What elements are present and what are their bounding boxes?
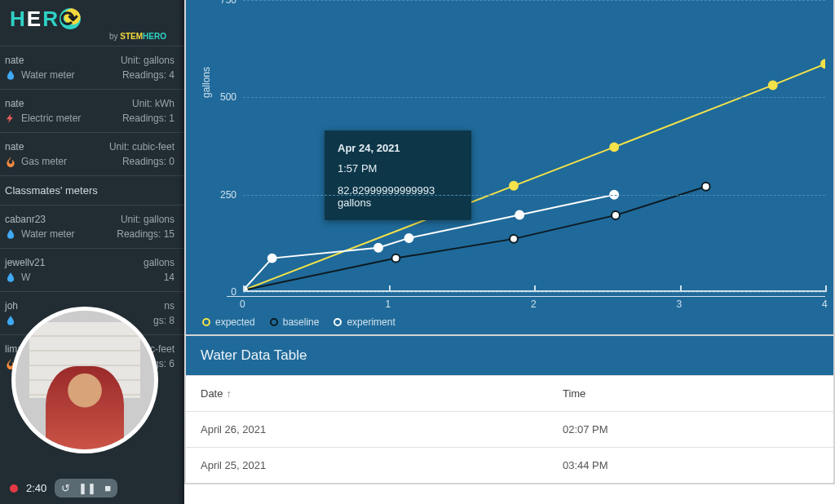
chart-tooltip: Apr 24, 2021 1:57 PM 82.82999999999993 g… bbox=[325, 130, 471, 220]
svg-point-1 bbox=[510, 182, 518, 190]
tooltip-date: Apr 24, 2021 bbox=[338, 142, 458, 154]
data-table: Date↑ Time April 26, 202102:07 PMApril 2… bbox=[186, 375, 833, 483]
legend-experiment[interactable]: experiment bbox=[334, 316, 395, 328]
col-time[interactable]: Time bbox=[548, 376, 833, 412]
restart-icon[interactable]: ↺ bbox=[61, 482, 70, 494]
recording-bar: 2:40 ↺ ❚❚ ■ bbox=[10, 479, 117, 497]
record-icon bbox=[10, 484, 18, 493]
table-title: Water Data Table bbox=[186, 336, 833, 375]
brand-logo: HER⟳ by STEMHERO bbox=[0, 0, 184, 46]
record-time: 2:40 bbox=[26, 482, 46, 494]
legend-expected[interactable]: expected bbox=[202, 316, 255, 328]
main-content: gallons Apr 24, 2021 1:57 PM 82.82999999… bbox=[184, 0, 835, 504]
svg-point-4 bbox=[821, 60, 825, 68]
col-date[interactable]: Date↑ bbox=[186, 376, 548, 412]
meter-item[interactable]: jewellv21gallonsW14 bbox=[0, 248, 184, 291]
meter-item[interactable]: cabanr23Unit: gallonsWater meterReadings… bbox=[0, 205, 184, 248]
svg-point-6 bbox=[391, 254, 400, 263]
svg-point-14 bbox=[515, 210, 524, 219]
svg-point-9 bbox=[702, 183, 710, 191]
y-axis-label: gallons bbox=[201, 67, 212, 98]
svg-point-3 bbox=[769, 81, 777, 89]
svg-point-8 bbox=[612, 211, 620, 219]
tooltip-unit: gallons bbox=[338, 197, 458, 209]
svg-point-11 bbox=[268, 254, 276, 263]
table-row[interactable]: April 26, 202102:07 PM bbox=[186, 412, 833, 448]
meter-item[interactable]: nateUnit: gallonsWater meterReadings: 4 bbox=[0, 46, 184, 89]
meter-item[interactable]: nateUnit: kWhElectric meterReadings: 1 bbox=[0, 89, 184, 132]
stop-icon[interactable]: ■ bbox=[104, 482, 111, 494]
tooltip-time: 1:57 PM bbox=[338, 162, 458, 175]
webcam-overlay bbox=[11, 307, 158, 453]
meter-item[interactable]: nateUnit: cubic-feetGas meterReadings: 0 bbox=[0, 132, 184, 175]
svg-point-13 bbox=[405, 234, 413, 242]
svg-point-7 bbox=[510, 235, 518, 243]
recording-controls[interactable]: ↺ ❚❚ ■ bbox=[55, 479, 117, 497]
chart-card: gallons Apr 24, 2021 1:57 PM 82.82999999… bbox=[184, 0, 835, 336]
pause-icon[interactable]: ❚❚ bbox=[78, 482, 96, 494]
sort-asc-icon: ↑ bbox=[226, 387, 232, 400]
svg-point-12 bbox=[374, 244, 382, 252]
svg-point-2 bbox=[610, 143, 618, 151]
classmates-header: Classmates' meters bbox=[0, 175, 184, 205]
table-row[interactable]: April 25, 202103:44 PM bbox=[186, 448, 833, 484]
chart-legend: expected baseline experiment bbox=[202, 316, 395, 328]
legend-baseline[interactable]: baseline bbox=[270, 316, 320, 328]
data-table-card: Water Data Table Date↑ Time April 26, 20… bbox=[184, 336, 835, 484]
